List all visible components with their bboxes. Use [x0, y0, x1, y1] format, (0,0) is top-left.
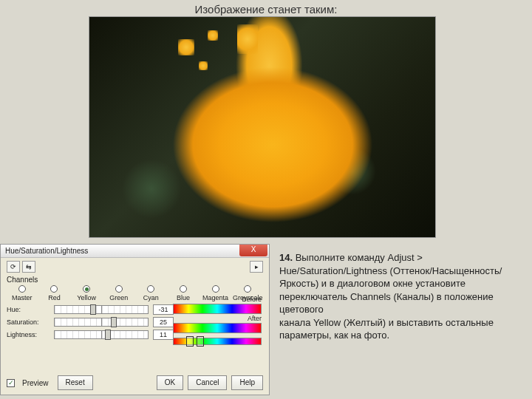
help-button[interactable]: Help: [231, 375, 263, 390]
channel-label: Red: [48, 294, 61, 301]
preview-checkbox[interactable]: [7, 379, 15, 387]
instruction-line-1: Выполните команду Adjust > Hue/Saturatio…: [279, 252, 502, 289]
channel-red[interactable]: Red: [39, 285, 70, 301]
spectrum-before: [173, 304, 262, 314]
channels-label: Channels: [7, 276, 263, 284]
channel-radio[interactable]: [147, 285, 154, 293]
lightness-label: Lightness:: [7, 331, 50, 338]
dialog-toolbar: ⟳ ⇆ ▸: [7, 261, 263, 273]
hue-range-marker[interactable]: [197, 336, 204, 347]
channel-radio[interactable]: [180, 285, 187, 293]
splash-drop: [208, 30, 218, 41]
channel-radio[interactable]: [212, 285, 219, 293]
lightness-value[interactable]: 11: [153, 330, 174, 340]
dialog-title: Hue/Saturation/Lightness: [5, 247, 88, 255]
splash-drop: [178, 39, 194, 55]
tool-swap-icon[interactable]: ⇆: [22, 261, 35, 273]
channel-radio[interactable]: [83, 285, 90, 293]
spectrum-panel: Before After: [173, 295, 262, 345]
close-button[interactable]: X: [239, 245, 267, 256]
channel-yellow[interactable]: Yellow: [71, 285, 102, 301]
channel-green[interactable]: Green: [103, 285, 134, 301]
after-label: After: [173, 315, 262, 322]
reset-button[interactable]: Reset: [58, 375, 93, 390]
channel-radio[interactable]: [115, 285, 123, 293]
hue-range-marker[interactable]: [186, 336, 194, 347]
saturation-label: Saturation:: [7, 318, 50, 326]
hue-range-band[interactable]: [173, 338, 262, 345]
result-image: [89, 16, 436, 238]
saturation-slider[interactable]: [54, 318, 149, 327]
channel-radio[interactable]: [244, 285, 251, 293]
instruction-text: 14. Выполните команду Adjust > Hue/Satur…: [279, 251, 516, 342]
channel-radio[interactable]: [50, 285, 58, 293]
instruction-number: 14.: [279, 252, 293, 263]
hue-value[interactable]: -31: [153, 304, 174, 315]
preview-label: Preview: [22, 379, 49, 387]
channel-label: Green: [109, 294, 128, 301]
dialog-body: ⟳ ⇆ ▸ Channels MasterRedYellowGreenCyanB…: [1, 258, 269, 347]
splash-drop: [199, 61, 208, 70]
result-caption: Изображение станет таким:: [0, 3, 532, 16]
tool-reset-icon[interactable]: ⟳: [7, 261, 20, 273]
instruction-line-3: канала Yellow (Желтый) и выставить остал…: [279, 317, 494, 341]
instruction-line-2: переключатель Channels (Каналы) в положе…: [279, 291, 494, 316]
channel-label: Master: [12, 294, 33, 301]
channel-label: Cyan: [143, 294, 159, 301]
saturation-value[interactable]: 25: [153, 317, 174, 327]
hue-label: Hue:: [7, 306, 50, 313]
tool-play-icon[interactable]: ▸: [250, 261, 263, 273]
before-label: Before: [173, 296, 262, 303]
dialog-titlebar: Hue/Saturation/Lightness X: [1, 245, 269, 258]
channel-cyan[interactable]: Cyan: [136, 285, 167, 301]
cancel-button[interactable]: Cancel: [188, 375, 227, 390]
channel-label: Yellow: [77, 294, 96, 301]
channel-radio[interactable]: [18, 285, 26, 293]
dialog-buttons: Preview Reset OK Cancel Help: [7, 375, 263, 390]
ok-button[interactable]: OK: [157, 375, 183, 390]
lightness-slider[interactable]: [54, 330, 149, 339]
hue-slider[interactable]: [54, 305, 149, 314]
splash-drop: [237, 24, 258, 54]
hsl-dialog: Hue/Saturation/Lightness X ⟳ ⇆ ▸ Channel…: [0, 244, 270, 395]
channel-master[interactable]: Master: [7, 285, 38, 301]
spectrum-after: [173, 323, 262, 333]
